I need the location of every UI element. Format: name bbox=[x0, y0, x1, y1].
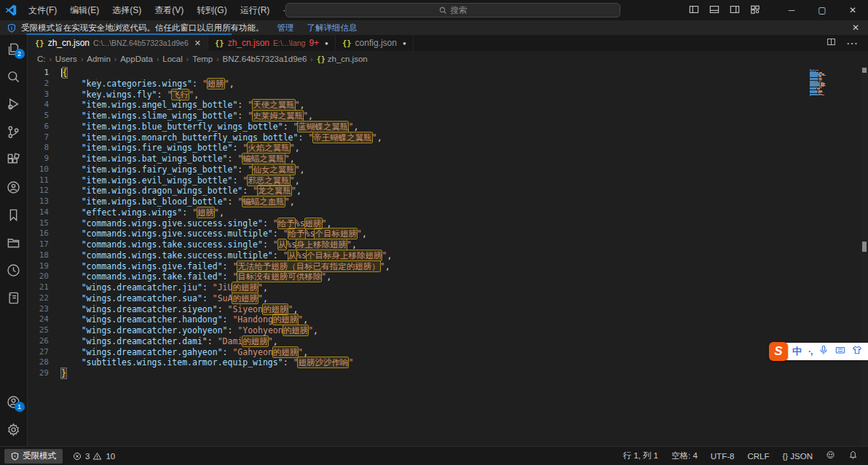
split-editor-icon[interactable] bbox=[826, 36, 836, 49]
code-line-21[interactable]: 21 "wings.dreamcatcher.jiu": "JiU的翅膀", bbox=[28, 282, 868, 293]
code-line-22[interactable]: 22 "wings.dreamcatcher.sua": "SuA的翅膀", bbox=[28, 293, 868, 304]
activity-bar-project-folder-icon[interactable] bbox=[0, 228, 28, 256]
code-line-2[interactable]: 2 "key.categories.wings": "翅膀", bbox=[28, 79, 868, 90]
code-line-17[interactable]: 17 "commands.wings.take.success.single":… bbox=[28, 239, 868, 250]
line-number: 2 bbox=[28, 79, 61, 90]
close-window-button[interactable]: ✕ bbox=[837, 0, 868, 20]
notifications-bell-icon[interactable] bbox=[848, 450, 858, 461]
activity-bar-notebook-icon[interactable] bbox=[0, 284, 28, 311]
tab-problems-badge: 9+ bbox=[309, 38, 319, 48]
code-segment: 给予 bbox=[278, 218, 295, 228]
customize-layout-icon[interactable] bbox=[750, 4, 760, 17]
toggle-panel-icon[interactable] bbox=[709, 4, 719, 17]
feedback-icon[interactable] bbox=[826, 450, 835, 461]
code-segment: 无法给予翅膀（目标已有指定的翅膀） bbox=[237, 261, 380, 271]
menu-item-3[interactable]: 查看(V) bbox=[148, 0, 190, 20]
command-center-search[interactable]: 搜索 bbox=[285, 3, 620, 17]
activity-bar-run-debug-icon[interactable] bbox=[0, 90, 28, 118]
code-line-24[interactable]: 24 "wings.dreamcatcher.handong": "Handon… bbox=[28, 314, 868, 325]
ime-mic-icon[interactable] bbox=[818, 345, 829, 358]
code-line-4[interactable]: 4 "item.wings.angel_wings_bottle": "天使之翼… bbox=[28, 100, 868, 111]
menu-item-4[interactable]: 转到(G) bbox=[190, 0, 233, 20]
toggle-secondary-sidebar-icon[interactable] bbox=[730, 4, 740, 17]
manage-link[interactable]: 管理 bbox=[277, 23, 294, 33]
minimap[interactable] bbox=[810, 69, 832, 96]
code-line-15[interactable]: 15 "commands.wings.give.success.single":… bbox=[28, 218, 868, 229]
code-segment: 的翅膀 bbox=[242, 336, 268, 346]
activity-bar-explorer-icon[interactable]: 2 bbox=[0, 35, 28, 63]
tab-zh_cn.json-0[interactable]: {}zh_cn.jsonC:\...\BNZ.64b57323a1d9e6✕ bbox=[28, 35, 208, 51]
code-line-28[interactable]: 28 "subtitles.wings.item.armor.equip_win… bbox=[28, 357, 868, 368]
editor-pane[interactable]: 1{2 "key.categories.wings": "翅膀",3 "key.… bbox=[28, 67, 868, 446]
problems-status[interactable]: 3 10 bbox=[73, 452, 115, 461]
menu-item-2[interactable]: 选择(S) bbox=[106, 0, 148, 20]
activity-bar-history-clock-icon[interactable] bbox=[0, 256, 28, 284]
status-item-3[interactable]: CRLF bbox=[747, 452, 769, 461]
code-segment: , bbox=[293, 304, 298, 314]
code-line-7[interactable]: 7 "item.wings.monarch_butterfly_wings_bo… bbox=[28, 132, 868, 143]
activity-bar-account-icon[interactable]: 1 bbox=[0, 388, 28, 416]
code-line-3[interactable]: 3 "key.wings.fly": "飞行", bbox=[28, 90, 868, 100]
menu-item-0[interactable]: 文件(F) bbox=[22, 0, 63, 20]
breadcrumb-separator-icon: › bbox=[47, 55, 54, 63]
code-line-16[interactable]: 16 "commands.wings.give.success.multiple… bbox=[28, 228, 868, 239]
breadcrumb-item-3[interactable]: AppData bbox=[119, 55, 154, 63]
code-line-25[interactable]: 25 "wings.dreamcatcher.yoohyeon": "Yoohy… bbox=[28, 325, 868, 336]
breadcrumb-item-1[interactable]: Users bbox=[54, 55, 79, 63]
activity-bar-bookmark-icon[interactable] bbox=[0, 201, 28, 228]
menu-item-5[interactable]: 运行(R) bbox=[234, 0, 277, 20]
activity-bar-extensions-icon[interactable] bbox=[0, 146, 28, 173]
code-line-18[interactable]: 18 "commands.wings.take.success.multiple… bbox=[28, 250, 868, 261]
status-item-0[interactable]: 行 1, 列 1 bbox=[623, 450, 658, 461]
code-line-12[interactable]: 12 "item.wings.dragon_wings_bottle": "龙之… bbox=[28, 186, 868, 196]
restricted-mode-status[interactable]: 受限模式 bbox=[4, 449, 63, 464]
breadcrumb-item-0[interactable]: C: bbox=[36, 55, 47, 63]
toggle-sidebar-icon[interactable] bbox=[689, 4, 699, 17]
tab-zh_cn.json-1[interactable]: {}zh_cn.jsonE:\...\lang9+● bbox=[208, 35, 336, 51]
status-item-2[interactable]: UTF-8 bbox=[711, 452, 735, 461]
banner-close-icon[interactable]: ✕ bbox=[852, 23, 859, 33]
status-item-1[interactable]: 空格: 4 bbox=[671, 450, 698, 461]
code-line-14[interactable]: 14 "effect.wings.wings": "翅膀", bbox=[28, 207, 868, 218]
tab-close-icon[interactable]: ✕ bbox=[194, 39, 201, 48]
ime-skin-shirt-icon[interactable] bbox=[852, 345, 862, 358]
code-line-27[interactable]: 27 "wings.dreamcatcher.gahyeon": "Gahyeo… bbox=[28, 347, 868, 358]
code-line-11[interactable]: 11 "item.wings.evil_wings_bottle": "邪恶之翼… bbox=[28, 175, 868, 186]
code-line-20[interactable]: 20 "commands.wings.take.failed": "目标没有翅膀… bbox=[28, 271, 868, 282]
code-line-5[interactable]: 5 "item.wings.slime_wings_bottle": "史莱姆之… bbox=[28, 111, 868, 122]
ime-punctuation-button[interactable]: ·, bbox=[808, 346, 812, 357]
code-line-10[interactable]: 10 "item.wings.fairy_wings_bottle": "仙女之… bbox=[28, 164, 868, 175]
menu-item-1[interactable]: 编辑(E) bbox=[63, 0, 106, 20]
breadcrumb-item-2[interactable]: Admin bbox=[85, 55, 112, 63]
code-content: "key.wings.fly": "飞行", bbox=[61, 90, 199, 100]
code-line-8[interactable]: 8 "item.wings.fire_wings_bottle": "火焰之翼瓶… bbox=[28, 143, 868, 154]
breadcrumb-item-6[interactable]: BNZ.64b57323a1d9e6 bbox=[221, 55, 309, 63]
breadcrumb-item-5[interactable]: Temp bbox=[191, 55, 214, 63]
activity-bar-settings-gear-icon[interactable] bbox=[0, 416, 28, 443]
tab-config.json-2[interactable]: {}config.json● bbox=[336, 35, 414, 51]
code-line-26[interactable]: 26 "wings.dreamcatcher.dami": "Dami的翅膀", bbox=[28, 336, 868, 347]
code-line-9[interactable]: 9 "item.wings.bat_wings_bottle": "蝙蝠之翼瓶"… bbox=[28, 154, 868, 164]
code-line-1[interactable]: 1{ bbox=[28, 68, 868, 79]
learn-more-link[interactable]: 了解详细信息 bbox=[307, 23, 358, 33]
overview-ruler[interactable] bbox=[861, 67, 868, 446]
more-actions-icon[interactable]: ⋯ bbox=[846, 36, 858, 50]
code-line-6[interactable]: 6 "item.wings.blue_butterfly_wings_bottl… bbox=[28, 122, 868, 132]
code-line-23[interactable]: 23 "wings.dreamcatcher.siyeon": "Siyeon的… bbox=[28, 304, 868, 315]
code-line-19[interactable]: 19 "commands.wings.give.failed": "无法给予翅膀… bbox=[28, 261, 868, 272]
breadcrumb-item-7[interactable]: {}zh_cn.json bbox=[315, 55, 369, 63]
code-line-13[interactable]: 13 "item.wings.bat_blood_bottle": "蝙蝠之血瓶… bbox=[28, 196, 868, 207]
ime-chinese-mode-button[interactable]: 中 bbox=[792, 345, 802, 358]
code-content: "key.categories.wings": "翅膀", bbox=[61, 79, 234, 90]
code-line-29[interactable]: 29} bbox=[28, 368, 868, 379]
restore-button[interactable]: ▢ bbox=[807, 0, 837, 20]
ime-soft-keyboard-icon[interactable] bbox=[835, 345, 845, 358]
activity-bar-source-control-icon[interactable] bbox=[0, 118, 28, 146]
breadcrumb-item-4[interactable]: Local bbox=[161, 55, 184, 63]
activity-bar-assistant-icon[interactable] bbox=[0, 173, 28, 201]
sogou-logo-icon[interactable]: S bbox=[769, 342, 788, 361]
status-item-4[interactable]: {} JSON bbox=[782, 452, 813, 461]
search-placeholder: 搜索 bbox=[451, 5, 467, 16]
activity-bar-search-icon[interactable] bbox=[0, 63, 28, 90]
minimize-button[interactable]: ─ bbox=[776, 0, 807, 20]
